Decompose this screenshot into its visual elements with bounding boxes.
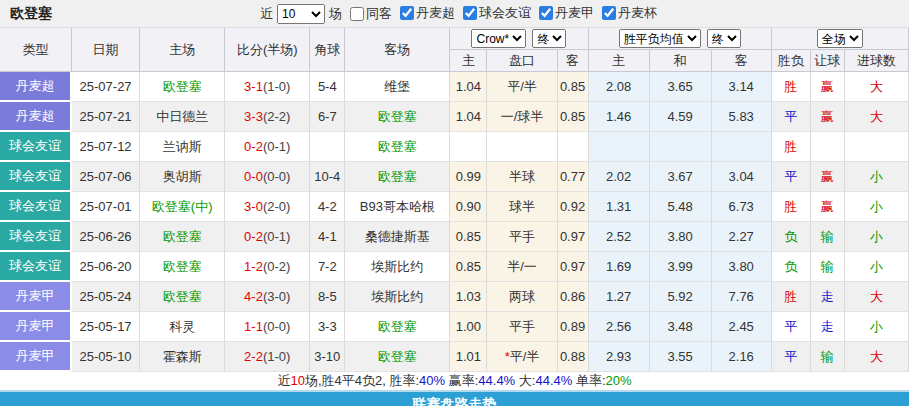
odds-home-cell: 1.00 — [450, 312, 487, 342]
away-team-cell[interactable]: 维堡 — [345, 72, 450, 102]
col-header-3: 比分(半场) — [225, 28, 310, 72]
odds-away-cell: 0.92 — [558, 192, 589, 222]
odds-away-cell: 0.86 — [558, 282, 589, 312]
odds-away-cell: 0.89 — [558, 312, 589, 342]
home-team-cell[interactable]: 欧登塞 — [140, 222, 225, 252]
league-filter-checkbox-2[interactable] — [539, 6, 553, 20]
handicap-result-cell: 走 — [811, 312, 845, 342]
odds-company-select[interactable]: Crow* — [471, 29, 526, 48]
match-count-select[interactable]: 10 — [277, 4, 325, 24]
avg-home-cell: 2.93 — [589, 342, 650, 372]
avg-type-select[interactable]: 胜平负均值 — [619, 29, 701, 48]
odds-home-cell: 0.99 — [450, 162, 487, 192]
home-team-cell[interactable]: 欧登塞 — [140, 252, 225, 282]
away-team-cell[interactable]: 欧登塞 — [345, 102, 450, 132]
score-cell: 3-3(2-2) — [225, 102, 310, 132]
score-cell: 0-2(0-1) — [225, 132, 310, 162]
sub-header-2: 客 — [558, 50, 589, 72]
odds-stage-select-1[interactable]: 终 — [532, 29, 566, 48]
date-cell: 25-06-26 — [72, 222, 140, 252]
corner-cell: 7-2 — [310, 252, 345, 282]
same-away-checkbox[interactable] — [350, 7, 364, 21]
league-filter-checkbox-1[interactable] — [463, 6, 477, 20]
league-filter-checkbox-3[interactable] — [602, 6, 616, 20]
same-away-toggle[interactable]: 同客 — [346, 5, 392, 23]
matches-label: 场 — [329, 5, 342, 23]
avg-away-cell: 7.76 — [712, 282, 772, 312]
home-team-cell[interactable]: 霍森斯 — [140, 342, 225, 372]
home-team-cell[interactable]: 欧登塞(中) — [140, 192, 225, 222]
league-handicap-trend-bar[interactable]: 联赛盘路走势 — [0, 390, 909, 406]
league-filter-3[interactable]: 丹麦杯 — [598, 4, 657, 22]
home-team-cell[interactable]: 兰讷斯 — [140, 132, 225, 162]
away-team-cell[interactable]: 桑德捷斯基 — [345, 222, 450, 252]
fulltime-score: 4-2 — [244, 289, 263, 304]
scope-select[interactable]: 全场 — [817, 29, 863, 48]
fulltime-score: 0-2 — [244, 229, 263, 244]
halftime-score: (1-0) — [263, 79, 290, 94]
match-row: 丹麦超25-07-27欧登塞3-1(1-0)5-4维堡1.04平/半0.852.… — [0, 72, 909, 102]
avg-home-cell: 1.27 — [589, 282, 650, 312]
date-cell: 25-07-06 — [72, 162, 140, 192]
league-filter-2[interactable]: 丹麦甲 — [535, 4, 594, 22]
halftime-score: (0-2) — [263, 259, 290, 274]
summary-segment-3: 40% — [419, 373, 445, 388]
fulltime-score: 2-2 — [244, 349, 263, 364]
league-cell: 球会友谊 — [0, 252, 72, 282]
away-team-cell[interactable]: 埃斯比约 — [345, 282, 450, 312]
goals-cell: 小 — [845, 252, 909, 282]
avg-away-cell: 3.04 — [712, 162, 772, 192]
odds-home-cell: 1.04 — [450, 102, 487, 132]
odds-home-cell: 0.85 — [450, 252, 487, 282]
fulltime-score: 1-1 — [244, 319, 263, 334]
odds-home-cell: 1.03 — [450, 282, 487, 312]
away-team-cell[interactable]: 欧登塞 — [345, 312, 450, 342]
corner-cell: 3-10 — [310, 342, 345, 372]
league-cell: 球会友谊 — [0, 192, 72, 222]
avg-away-cell — [712, 132, 772, 162]
away-team-cell[interactable]: 欧登塞 — [345, 132, 450, 162]
date-cell: 25-05-10 — [72, 342, 140, 372]
league-filter-0[interactable]: 丹麦超 — [396, 4, 455, 22]
sub-header-3: 主 — [589, 50, 650, 72]
away-team-cell[interactable]: 欧登塞 — [345, 342, 450, 372]
away-team-cell[interactable]: 欧登塞 — [345, 162, 450, 192]
home-team-cell[interactable]: 中日德兰 — [140, 102, 225, 132]
handicap-cell: *平/半 — [487, 342, 557, 372]
away-team-cell[interactable]: B93哥本哈根 — [345, 192, 450, 222]
league-cell: 丹麦甲 — [0, 312, 72, 342]
footer-bar-label: 联赛盘路走势 — [413, 396, 497, 406]
halftime-score: (0-1) — [263, 229, 290, 244]
team-title: 欧登塞 — [10, 5, 52, 23]
odds-home-cell — [450, 132, 487, 162]
fulltime-score: 3-0 — [244, 199, 263, 214]
same-away-label: 同客 — [366, 5, 392, 23]
sub-header-8: 进球数 — [845, 50, 909, 72]
avg-draw-cell: 3.67 — [650, 162, 712, 192]
handicap-cell: 球半 — [487, 192, 557, 222]
odds-stage-select-2[interactable]: 终 — [707, 29, 741, 48]
handicap-cell — [487, 132, 557, 162]
date-cell: 25-07-12 — [72, 132, 140, 162]
avg-home-cell — [589, 132, 650, 162]
halftime-score: (3-0) — [263, 289, 290, 304]
avg-draw-cell: 5.48 — [650, 192, 712, 222]
date-cell: 25-07-27 — [72, 72, 140, 102]
halftime-score: (0-1) — [263, 139, 290, 154]
halftime-score: (2-0) — [263, 199, 290, 214]
home-team-cell[interactable]: 科灵 — [140, 312, 225, 342]
match-history-table: 类型日期主场比分(半场)角球客场Crow*终胜平负均值终全场主盘口客主和客胜负让… — [0, 28, 909, 372]
away-team-cell[interactable]: 埃斯比约 — [345, 252, 450, 282]
league-filter-checkbox-0[interactable] — [400, 6, 414, 20]
score-cell: 3-1(1-0) — [225, 72, 310, 102]
home-team-cell[interactable]: 欧登塞 — [140, 72, 225, 102]
avg-home-cell: 2.02 — [589, 162, 650, 192]
avg-draw-cell: 4.59 — [650, 102, 712, 132]
goals-cell: 大 — [845, 102, 909, 132]
home-team-cell[interactable]: 奥胡斯 — [140, 162, 225, 192]
col-header-4: 角球 — [310, 28, 345, 72]
handicap-result-cell: 输 — [811, 222, 845, 252]
home-team-cell[interactable]: 欧登塞 — [140, 282, 225, 312]
league-filter-1[interactable]: 球会友谊 — [459, 4, 531, 22]
odds-home-cell: 1.01 — [450, 342, 487, 372]
